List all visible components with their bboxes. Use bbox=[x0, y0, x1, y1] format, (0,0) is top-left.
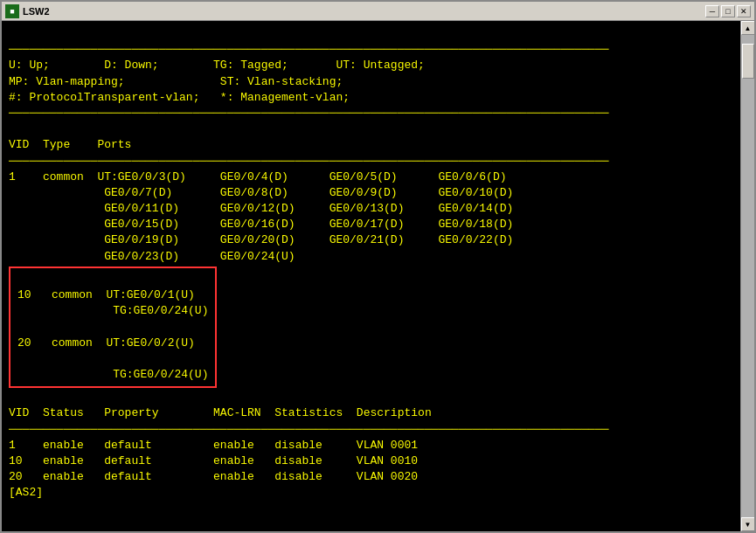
vid-type-ports-header: VID Type Ports bbox=[9, 138, 131, 151]
status-header: VID Status Property MAC-LRN Statistics D… bbox=[9, 406, 432, 419]
terminal-output[interactable]: ────────────────────────────────────────… bbox=[2, 21, 740, 531]
separator-1: ────────────────────────────────────────… bbox=[9, 43, 609, 56]
vlan20-ports2: TG:GE0/0/24(U) bbox=[17, 368, 208, 381]
vlan20-row: 20 common UT:GE0/0/2(U) bbox=[17, 336, 195, 350]
legend-line2: MP: Vlan-mapping; ST: Vlan-stacking; bbox=[9, 75, 343, 88]
vlan1-ports5: GE0/0/19(D) GE0/0/20(D) GE0/0/21(D) GE0/… bbox=[9, 233, 513, 246]
minimize-button[interactable]: ─ bbox=[705, 5, 719, 17]
vertical-scrollbar[interactable]: ▲ ▼ bbox=[740, 21, 754, 531]
window-controls: ─ □ ✕ bbox=[705, 5, 751, 17]
vlan1-ports4: GE0/0/15(D) GE0/0/16(D) GE0/0/17(D) GE0/… bbox=[9, 218, 513, 231]
vlan1-row: 1 common UT:GE0/0/3(D) GE0/0/4(D) GE0/0/… bbox=[9, 170, 507, 183]
content-area: ────────────────────────────────────────… bbox=[2, 21, 754, 531]
maximize-button[interactable]: □ bbox=[721, 5, 735, 17]
app-icon: ■ bbox=[5, 4, 19, 18]
vlan10-row: 10 common UT:GE0/0/1(U) bbox=[17, 288, 195, 301]
separator-4: ────────────────────────────────────────… bbox=[9, 423, 609, 436]
scrollbar-thumb[interactable] bbox=[742, 44, 754, 79]
scroll-down-button[interactable]: ▼ bbox=[741, 517, 755, 531]
separator-2: ────────────────────────────────────────… bbox=[9, 107, 609, 120]
scroll-up-button[interactable]: ▲ bbox=[741, 21, 755, 35]
titlebar: ■ LSW2 ─ □ ✕ bbox=[2, 2, 754, 21]
vlan10-ports2: TG:GE0/0/24(U) bbox=[17, 304, 208, 317]
main-window: ■ LSW2 ─ □ ✕ ───────────────────────────… bbox=[0, 0, 756, 533]
separator-3: ────────────────────────────────────────… bbox=[9, 155, 609, 168]
vlan1-ports6: GE0/0/23(D) GE0/0/24(U) bbox=[9, 250, 295, 263]
status-row-20: 20 enable default enable disable VLAN 00… bbox=[9, 470, 418, 483]
legend-line3: #: ProtocolTransparent-vlan; *: Manageme… bbox=[9, 91, 350, 104]
highlighted-vlan-section: 10 common UT:GE0/0/1(U) TG:GE0/0/24(U) 2… bbox=[9, 266, 217, 388]
scrollbar-track[interactable] bbox=[741, 35, 754, 517]
status-row-1: 1 enable default enable disable VLAN 000… bbox=[9, 439, 418, 452]
titlebar-left: ■ LSW2 bbox=[5, 4, 50, 18]
vlan1-ports2: GE0/0/7(D) GE0/0/8(D) GE0/0/9(D) GE0/0/1… bbox=[9, 186, 513, 199]
prompt: [AS2] bbox=[9, 486, 43, 499]
legend-line1: U: Up; D: Down; TG: Tagged; UT: Untagged… bbox=[9, 59, 425, 72]
status-row-10: 10 enable default enable disable VLAN 00… bbox=[9, 454, 418, 467]
close-button[interactable]: ✕ bbox=[737, 5, 751, 17]
window-title: LSW2 bbox=[23, 6, 50, 17]
vlan1-ports3: GE0/0/11(D) GE0/0/12(D) GE0/0/13(D) GE0/… bbox=[9, 202, 513, 215]
